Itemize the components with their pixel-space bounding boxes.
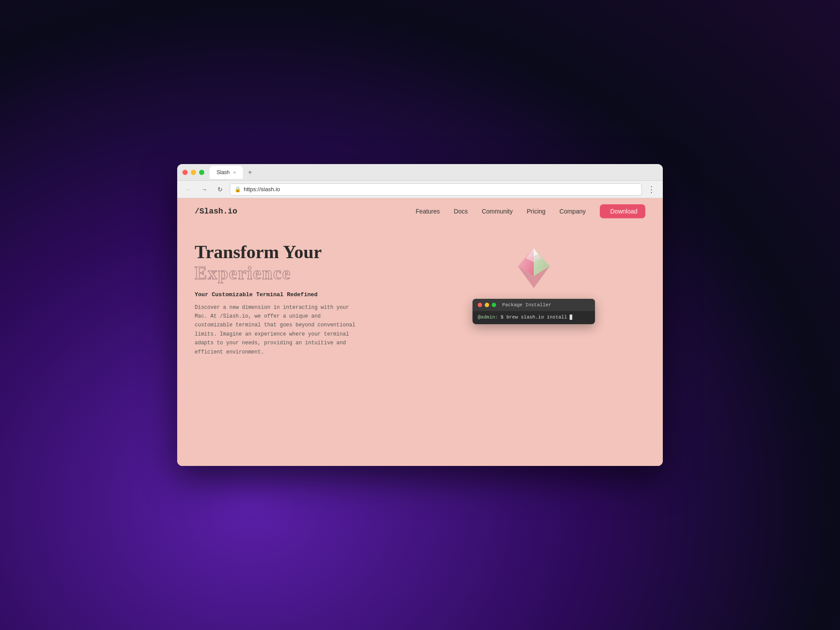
traffic-lights bbox=[182, 170, 204, 175]
hero-description: Discover a new dimension in interacting … bbox=[195, 303, 361, 357]
address-bar: ← → ↻ 🔒 https://slash.io ⋮ bbox=[177, 181, 663, 198]
hero-section: Transform Your Experience Your Customiza… bbox=[177, 224, 663, 357]
website-content: /Slash.io Features Docs Community Pricin… bbox=[177, 198, 663, 466]
nav-pricing[interactable]: Pricing bbox=[527, 208, 546, 215]
nav-links: Features Docs Community Pricing Company … bbox=[416, 204, 645, 218]
terminal-command: $ brew slash.io install bbox=[500, 315, 567, 320]
nav-features[interactable]: Features bbox=[416, 208, 440, 215]
download-label: Download bbox=[610, 208, 637, 215]
browser-window: Slash × + ← → ↻ 🔒 https://slash.io ⋮ /Sl… bbox=[177, 164, 663, 466]
hero-title-solid: Transform Your bbox=[195, 242, 413, 262]
terminal-maximize-dot bbox=[492, 303, 496, 307]
hero-subtitle: Your Customizable Terminal Redefined bbox=[195, 291, 413, 298]
maximize-button[interactable] bbox=[199, 170, 204, 175]
terminal-title: Package Installer bbox=[502, 302, 551, 308]
terminal-minimize-dot bbox=[485, 303, 489, 307]
minimize-button[interactable] bbox=[191, 170, 196, 175]
tab-close-icon[interactable]: × bbox=[233, 170, 236, 175]
site-logo[interactable]: /Slash.io bbox=[195, 207, 237, 216]
close-button[interactable] bbox=[182, 170, 188, 175]
hero-visual: Package Installer @admin: $ brew slash.i… bbox=[422, 242, 645, 324]
forward-button[interactable]: → bbox=[198, 183, 210, 196]
terminal-window: Package Installer @admin: $ brew slash.i… bbox=[472, 299, 595, 324]
site-navbar: /Slash.io Features Docs Community Pricin… bbox=[177, 198, 663, 224]
hero-text: Transform Your Experience Your Customiza… bbox=[195, 242, 413, 357]
terminal-title-bar: Package Installer bbox=[472, 299, 595, 311]
url-bar[interactable]: 🔒 https://slash.io bbox=[230, 183, 642, 196]
hero-title-outline: Experience bbox=[195, 262, 413, 284]
nav-company[interactable]: Company bbox=[560, 208, 586, 215]
reload-button[interactable]: ↻ bbox=[214, 183, 226, 196]
title-bar: Slash × + bbox=[177, 164, 663, 181]
terminal-body: @admin: $ brew slash.io install bbox=[472, 311, 595, 324]
nav-community[interactable]: Community bbox=[482, 208, 513, 215]
tab-title: Slash bbox=[217, 169, 230, 175]
download-button[interactable]: Download bbox=[600, 204, 645, 218]
terminal-prompt-user: @admin: bbox=[478, 315, 498, 320]
url-text: https://slash.io bbox=[244, 186, 280, 192]
new-tab-button[interactable]: + bbox=[245, 167, 255, 178]
terminal-close-dot bbox=[478, 303, 482, 307]
back-button[interactable]: ← bbox=[182, 183, 195, 196]
terminal-cursor bbox=[570, 315, 572, 320]
browser-menu-button[interactable]: ⋮ bbox=[645, 183, 658, 196]
lock-icon: 🔒 bbox=[234, 186, 241, 192]
browser-tab[interactable]: Slash × bbox=[210, 166, 243, 179]
nav-docs[interactable]: Docs bbox=[454, 208, 468, 215]
tab-bar: Slash × + bbox=[210, 166, 658, 179]
gem-graphic bbox=[512, 246, 556, 290]
